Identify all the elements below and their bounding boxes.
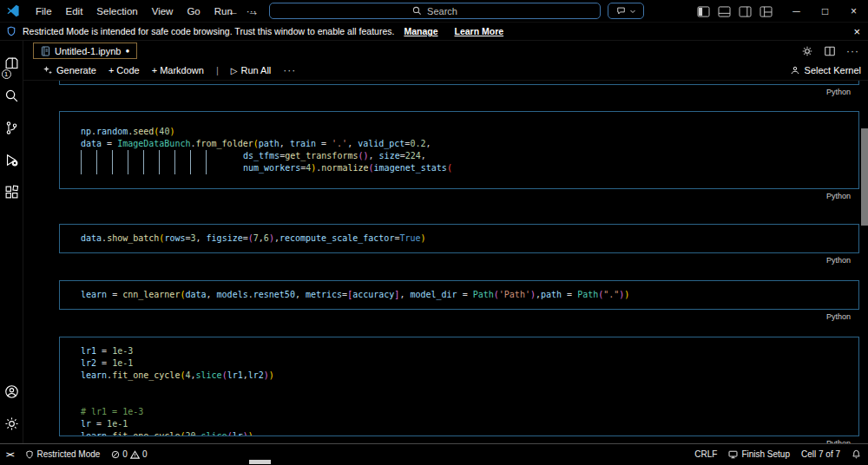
code-line: learn = cnn_learner(data, models.resnet5… xyxy=(81,289,852,301)
activity-bar-bottom xyxy=(0,376,23,443)
cell-language-label[interactable]: Python xyxy=(59,189,859,200)
horizontal-scrollbar-thumb[interactable] xyxy=(249,460,271,464)
cell-code-editor[interactable]: learn = cnn_learner(data, models.resnet5… xyxy=(59,280,859,310)
banner-close-icon[interactable]: × xyxy=(853,25,860,38)
search-icon xyxy=(412,6,422,16)
editor-actions: ··· xyxy=(801,45,859,57)
warnings-icon xyxy=(130,450,140,459)
settings-gear-icon[interactable] xyxy=(0,408,23,440)
code-line: learn.fit_one_cycle(4,slice(lr1,lr2)) xyxy=(81,370,852,382)
editor-group: Untitled-1.ipynb ● ··· xyxy=(23,41,868,443)
run-debug-icon[interactable] xyxy=(0,144,23,176)
source-control-icon[interactable] xyxy=(0,112,23,144)
toolbar-divider: | xyxy=(216,65,219,75)
cell-language-label[interactable]: Python xyxy=(59,253,859,265)
modified-dot-icon[interactable]: ● xyxy=(125,47,129,55)
code-line: ... xyxy=(81,81,96,82)
copilot-dropdown[interactable] xyxy=(608,3,644,19)
notebook-cell-partial[interactable]: ... Python xyxy=(59,81,859,96)
command-center-search[interactable]: Search xyxy=(269,3,601,19)
close-window-button[interactable]: × xyxy=(839,0,868,23)
cell-language-label[interactable]: Python xyxy=(59,310,859,321)
cell-code: np.random.seed(40)data = ImageDataBunch.… xyxy=(60,112,858,174)
menu-go[interactable]: Go xyxy=(180,3,207,19)
more-actions-icon[interactable]: ··· xyxy=(846,45,859,57)
notebook-cell-show-batch[interactable]: data.show_batch(rows=3, figsize=(7,6),re… xyxy=(59,224,859,265)
cell-position-indicator[interactable]: Cell 7 of 7 xyxy=(801,449,840,459)
manage-link[interactable]: Manage xyxy=(404,26,437,36)
tab-untitled-notebook[interactable]: Untitled-1.ipynb ● xyxy=(33,43,137,59)
tab-bar: Untitled-1.ipynb ● ··· xyxy=(23,41,868,61)
errors-icon xyxy=(111,450,120,459)
menu-view[interactable]: View xyxy=(145,3,181,19)
eol-indicator[interactable]: CRLF xyxy=(694,449,717,459)
toggle-secondary-sidebar-icon[interactable] xyxy=(739,6,752,17)
remote-indicator-icon[interactable]: >< xyxy=(6,450,14,459)
shield-icon xyxy=(6,26,16,36)
toolbar-more-icon[interactable]: ··· xyxy=(283,64,296,76)
code-line: num_workers=4).normalize(imagenet_stats( xyxy=(81,162,852,174)
add-code-cell-button[interactable]: + Code xyxy=(108,65,140,75)
go-back-icon[interactable]: ← xyxy=(227,5,239,18)
cell-code-editor[interactable]: data.show_batch(rows=3, figsize=(7,6),re… xyxy=(59,224,859,253)
split-editor-icon[interactable] xyxy=(824,45,836,57)
explorer-icon[interactable]: 1 xyxy=(0,48,23,80)
vertical-scrollbar-thumb[interactable] xyxy=(861,128,868,226)
vscode-window: File Edit Selection View Go Run ··· ← → … xyxy=(0,0,868,465)
code-line xyxy=(81,394,852,406)
cell-code: lr1 = 1e-3lr2 = 1e-1learn.fit_one_cycle(… xyxy=(60,337,858,436)
go-forward-icon[interactable]: → xyxy=(247,5,259,18)
menu-selection[interactable]: Selection xyxy=(89,3,144,19)
learn-more-link[interactable]: Learn More xyxy=(455,26,504,36)
indent-guides xyxy=(81,150,221,162)
cell-language-label[interactable]: Python xyxy=(59,85,859,96)
cell-code: ... xyxy=(60,81,96,84)
generate-button[interactable]: Generate xyxy=(43,65,96,75)
cell-language-label[interactable]: Python xyxy=(59,436,859,443)
restricted-mode-status[interactable]: Restricted Mode xyxy=(25,449,101,459)
chevron-down-icon xyxy=(629,8,636,15)
search-placeholder: Search xyxy=(427,6,457,16)
notebook-editor[interactable]: ... Python np.random.seed(40)data = Imag… xyxy=(23,81,868,443)
menu-file[interactable]: File xyxy=(29,3,59,19)
select-kernel-button[interactable]: Select Kernel xyxy=(790,65,861,75)
workbench-body: 1 xyxy=(0,41,868,443)
toggle-primary-sidebar-icon[interactable] xyxy=(697,6,710,17)
notebook-cell-fit-one-cycle[interactable]: lr1 = 1e-3lr2 = 1e-1learn.fit_one_cycle(… xyxy=(59,337,859,443)
add-markdown-cell-button[interactable]: + Markdown xyxy=(152,65,204,75)
notebook-file-icon xyxy=(41,46,50,56)
select-kernel-label: Select Kernel xyxy=(805,65,861,75)
notifications-bell-icon[interactable] xyxy=(852,449,861,459)
account-icon[interactable] xyxy=(0,376,23,408)
cell-code-editor[interactable]: lr1 = 1e-3lr2 = 1e-1learn.fit_one_cycle(… xyxy=(59,337,859,436)
maximize-button[interactable]: □ xyxy=(811,0,839,23)
status-bar: >< Restricted Mode 0 0 CRLF Finish Setup… xyxy=(0,443,868,464)
cell-code-editor[interactable]: np.random.seed(40)data = ImageDataBunch.… xyxy=(59,111,859,189)
tab-label: Untitled-1.ipynb xyxy=(55,46,121,56)
cell-code: data.show_batch(rows=3, figsize=(7,6),re… xyxy=(60,225,858,245)
banner-message: Restricted Mode is intended for safe cod… xyxy=(23,26,394,36)
error-count: 0 xyxy=(122,449,128,459)
code-line: lr = 1e-1 xyxy=(81,418,852,430)
toggle-panel-icon[interactable] xyxy=(718,6,731,17)
notebook-settings-gear-icon[interactable] xyxy=(801,45,813,57)
chat-icon xyxy=(616,6,626,16)
finish-setup-status[interactable]: Finish Setup xyxy=(728,449,790,459)
run-all-button[interactable]: ▷ Run All xyxy=(231,65,272,75)
problems-status[interactable]: 0 0 xyxy=(111,449,147,459)
notebook-cell-cnn-learner[interactable]: learn = cnn_learner(data, models.resnet5… xyxy=(59,280,859,321)
restricted-mode-label: Restricted Mode xyxy=(37,449,101,459)
code-line: ds_tfms=get_transforms(), size=224, xyxy=(81,150,852,162)
run-all-play-icon: ▷ xyxy=(231,66,238,75)
minimize-button[interactable]: ─ xyxy=(782,0,811,23)
customize-layout-icon[interactable] xyxy=(760,6,773,17)
menu-edit[interactable]: Edit xyxy=(59,3,90,19)
history-navigation: ← → xyxy=(227,0,259,23)
code-line: lr2 = 1e-1 xyxy=(81,357,852,370)
extensions-icon[interactable] xyxy=(0,176,23,208)
notebook-cell-imagedatabunch[interactable]: np.random.seed(40)data = ImageDataBunch.… xyxy=(59,111,859,200)
warning-count: 0 xyxy=(142,449,148,459)
search-sidebar-icon[interactable] xyxy=(0,80,23,112)
vscode-logo-icon xyxy=(7,4,20,17)
code-line: data = ImageDataBunch.from_folder(path, … xyxy=(81,138,852,150)
